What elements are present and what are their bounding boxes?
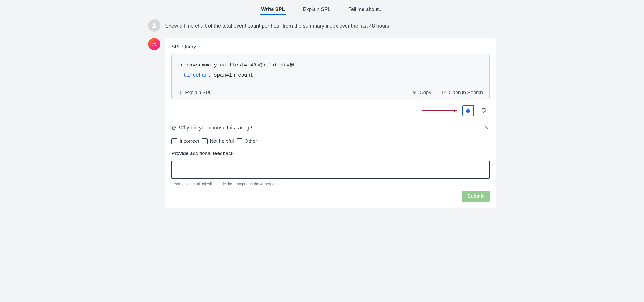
- thumbs-up-outline-icon: [171, 125, 176, 130]
- svg-point-2: [181, 93, 181, 94]
- open-in-search-button[interactable]: Open in Search: [442, 90, 483, 95]
- user-message-text: Show a time chart of the total event cou…: [165, 19, 389, 30]
- spl-query-label: SPL Query:: [171, 44, 490, 50]
- feedback-close-button[interactable]: [484, 125, 490, 131]
- copy-icon: [413, 90, 418, 95]
- submit-button[interactable]: Submit: [462, 191, 490, 202]
- copy-button[interactable]: Copy: [413, 90, 431, 95]
- person-icon: [151, 22, 158, 29]
- checkbox-not-helpful[interactable]: Not helpful: [202, 138, 234, 144]
- ai-avatar: [148, 38, 160, 50]
- code-actions: Explain SPL Copy Open in Search: [172, 85, 489, 100]
- close-icon: [484, 125, 490, 131]
- user-message-row: Show a time chart of the total event cou…: [148, 19, 496, 32]
- code-pipe: |: [178, 72, 184, 78]
- thumbs-down-icon: [481, 108, 486, 113]
- annotation-arrow: [422, 110, 457, 111]
- feedback-header: Why did you choose this rating?: [171, 125, 490, 131]
- copy-label: Copy: [420, 90, 431, 95]
- help-circle-icon: [178, 90, 183, 95]
- feedback-subtitle: Provide additional feedback: [171, 150, 490, 156]
- tab-explain-spl[interactable]: Explain SPL: [302, 5, 332, 15]
- open-in-search-label: Open in Search: [449, 90, 483, 95]
- ai-response-row: SPL Query: index=summary earliest=-48h@h…: [148, 38, 496, 208]
- checkbox-incorrect-label: Incorrect: [179, 138, 199, 144]
- svg-point-0: [153, 23, 156, 26]
- tab-tell-me-about[interactable]: Tell me about...: [347, 5, 384, 15]
- feedback-hint: Feedback submitted will include the prom…: [171, 182, 490, 186]
- thumbs-down-button[interactable]: [478, 105, 490, 116]
- external-link-icon: [442, 90, 446, 95]
- checkbox-other-label: Other: [244, 138, 257, 144]
- code-line-1: index=summary earliest=-48h@h latest=@h: [178, 62, 296, 68]
- code-keyword: timechart: [184, 72, 211, 78]
- ai-card: SPL Query: index=summary earliest=-48h@h…: [165, 38, 496, 208]
- explain-spl-label: Explain SPL: [185, 90, 212, 95]
- thumbs-up-icon: [466, 108, 471, 113]
- checkbox-other[interactable]: Other: [237, 138, 257, 144]
- code-card: index=summary earliest=-48h@h latest=@h …: [171, 54, 490, 100]
- checkbox-incorrect[interactable]: Incorrect: [171, 138, 199, 144]
- code-rest: span=1h count: [211, 72, 253, 78]
- tabs: Write SPL Explain SPL Tell me about...: [148, 5, 496, 15]
- explain-spl-button[interactable]: Explain SPL: [178, 90, 212, 95]
- feedback-title: Why did you choose this rating?: [179, 125, 252, 131]
- user-avatar: [148, 19, 160, 32]
- feedback-options: Incorrect Not helpful Other: [171, 138, 490, 144]
- thumbs-row: [171, 105, 490, 120]
- checkbox-not-helpful-label: Not helpful: [210, 138, 234, 144]
- thumbs-up-button[interactable]: [462, 105, 474, 116]
- tab-write-spl[interactable]: Write SPL: [260, 5, 286, 15]
- code-body: index=summary earliest=-48h@h latest=@h …: [172, 54, 489, 85]
- feedback-textarea[interactable]: [171, 161, 490, 179]
- sparkle-icon: [151, 41, 157, 47]
